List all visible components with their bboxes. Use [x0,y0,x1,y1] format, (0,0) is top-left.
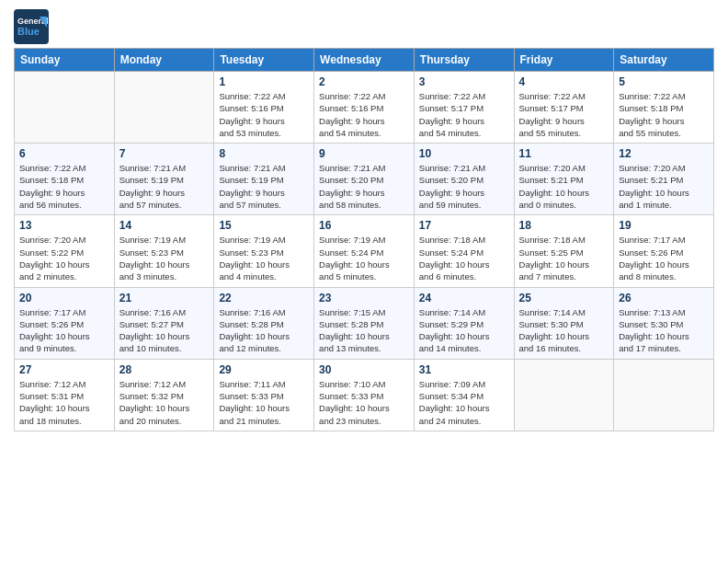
day-number: 26 [619,292,709,304]
weekday-header-wednesday: Wednesday [314,49,415,72]
calendar-cell: 25Sunrise: 7:14 AMSunset: 5:30 PMDayligh… [514,287,614,359]
logo-icon: General Blue [14,9,49,44]
calendar-cell: 15Sunrise: 7:19 AMSunset: 5:23 PMDayligh… [214,215,314,287]
day-info: Sunrise: 7:22 AMSunset: 5:17 PMDaylight:… [519,90,609,139]
day-info: Sunrise: 7:12 AMSunset: 5:31 PMDaylight:… [19,378,109,427]
day-number: 3 [419,75,509,88]
day-number: 30 [319,363,409,376]
day-number: 5 [619,75,709,88]
logo: General Blue [14,9,51,44]
day-number: 13 [19,219,109,232]
day-info: Sunrise: 7:22 AMSunset: 5:18 PMDaylight:… [619,90,709,139]
day-info: Sunrise: 7:14 AMSunset: 5:30 PMDaylight:… [519,306,609,355]
day-number: 21 [119,292,210,304]
day-number: 24 [419,292,509,304]
day-number: 17 [419,219,509,232]
day-number: 9 [319,147,409,160]
day-info: Sunrise: 7:22 AMSunset: 5:16 PMDaylight:… [319,90,409,139]
day-number: 29 [219,363,309,376]
day-number: 20 [19,292,109,304]
day-info: Sunrise: 7:21 AMSunset: 5:19 PMDaylight:… [219,162,309,211]
day-info: Sunrise: 7:22 AMSunset: 5:18 PMDaylight:… [19,162,109,211]
calendar-cell: 18Sunrise: 7:18 AMSunset: 5:25 PMDayligh… [514,215,614,287]
weekday-header-friday: Friday [514,49,614,72]
calendar-cell: 5Sunrise: 7:22 AMSunset: 5:18 PMDaylight… [614,72,714,144]
calendar-cell [114,72,214,144]
calendar-cell: 14Sunrise: 7:19 AMSunset: 5:23 PMDayligh… [114,215,214,287]
calendar-cell [614,359,714,431]
day-number: 12 [619,147,709,160]
day-info: Sunrise: 7:16 AMSunset: 5:27 PMDaylight:… [119,306,210,355]
day-number: 16 [319,219,409,232]
calendar-cell: 6Sunrise: 7:22 AMSunset: 5:18 PMDaylight… [15,144,115,215]
calendar-cell: 7Sunrise: 7:21 AMSunset: 5:19 PMDaylight… [114,144,214,215]
day-number: 31 [419,363,509,376]
day-info: Sunrise: 7:19 AMSunset: 5:23 PMDaylight:… [119,234,210,282]
weekday-header-tuesday: Tuesday [214,49,314,72]
day-info: Sunrise: 7:21 AMSunset: 5:20 PMDaylight:… [419,162,509,211]
calendar-cell: 31Sunrise: 7:09 AMSunset: 5:34 PMDayligh… [414,359,514,431]
day-info: Sunrise: 7:16 AMSunset: 5:28 PMDaylight:… [219,306,309,355]
calendar-cell: 22Sunrise: 7:16 AMSunset: 5:28 PMDayligh… [214,287,314,359]
calendar-cell: 3Sunrise: 7:22 AMSunset: 5:17 PMDaylight… [414,72,514,144]
weekday-header-saturday: Saturday [614,49,714,72]
day-info: Sunrise: 7:17 AMSunset: 5:26 PMDaylight:… [619,234,709,282]
calendar-cell: 13Sunrise: 7:20 AMSunset: 5:22 PMDayligh… [15,215,115,287]
day-info: Sunrise: 7:19 AMSunset: 5:23 PMDaylight:… [219,234,309,282]
weekday-header-sunday: Sunday [15,49,115,72]
calendar-cell: 2Sunrise: 7:22 AMSunset: 5:16 PMDaylight… [314,72,415,144]
day-info: Sunrise: 7:21 AMSunset: 5:20 PMDaylight:… [319,162,409,211]
calendar-cell: 30Sunrise: 7:10 AMSunset: 5:33 PMDayligh… [314,359,415,431]
calendar-cell: 28Sunrise: 7:12 AMSunset: 5:32 PMDayligh… [114,359,214,431]
calendar-cell: 26Sunrise: 7:13 AMSunset: 5:30 PMDayligh… [614,287,714,359]
weekday-header-thursday: Thursday [414,49,514,72]
weekday-header-monday: Monday [114,49,214,72]
calendar-cell: 9Sunrise: 7:21 AMSunset: 5:20 PMDaylight… [314,144,415,215]
calendar-cell [514,359,614,431]
calendar-cell: 29Sunrise: 7:11 AMSunset: 5:33 PMDayligh… [214,359,314,431]
day-info: Sunrise: 7:17 AMSunset: 5:26 PMDaylight:… [19,306,109,355]
day-number: 7 [119,147,210,160]
calendar-cell: 21Sunrise: 7:16 AMSunset: 5:27 PMDayligh… [114,287,214,359]
calendar-cell: 12Sunrise: 7:20 AMSunset: 5:21 PMDayligh… [614,144,714,215]
day-info: Sunrise: 7:18 AMSunset: 5:25 PMDaylight:… [519,234,609,282]
day-info: Sunrise: 7:15 AMSunset: 5:28 PMDaylight:… [319,306,409,355]
day-info: Sunrise: 7:22 AMSunset: 5:17 PMDaylight:… [419,90,509,139]
calendar-cell [15,72,115,144]
day-info: Sunrise: 7:18 AMSunset: 5:24 PMDaylight:… [419,234,509,282]
day-info: Sunrise: 7:12 AMSunset: 5:32 PMDaylight:… [119,378,210,427]
calendar: SundayMondayTuesdayWednesdayThursdayFrid… [14,48,714,431]
calendar-cell: 1Sunrise: 7:22 AMSunset: 5:16 PMDaylight… [214,72,314,144]
calendar-cell: 10Sunrise: 7:21 AMSunset: 5:20 PMDayligh… [414,144,514,215]
calendar-cell: 23Sunrise: 7:15 AMSunset: 5:28 PMDayligh… [314,287,415,359]
calendar-cell: 11Sunrise: 7:20 AMSunset: 5:21 PMDayligh… [514,144,614,215]
calendar-cell: 19Sunrise: 7:17 AMSunset: 5:26 PMDayligh… [614,215,714,287]
day-number: 11 [519,147,609,160]
day-info: Sunrise: 7:10 AMSunset: 5:33 PMDaylight:… [319,378,409,427]
day-info: Sunrise: 7:11 AMSunset: 5:33 PMDaylight:… [219,378,309,427]
day-number: 25 [519,292,609,304]
day-number: 15 [219,219,309,232]
calendar-cell: 17Sunrise: 7:18 AMSunset: 5:24 PMDayligh… [414,215,514,287]
day-number: 2 [319,75,409,88]
calendar-cell: 27Sunrise: 7:12 AMSunset: 5:31 PMDayligh… [15,359,115,431]
day-info: Sunrise: 7:09 AMSunset: 5:34 PMDaylight:… [419,378,509,427]
calendar-cell: 4Sunrise: 7:22 AMSunset: 5:17 PMDaylight… [514,72,614,144]
day-number: 4 [519,75,609,88]
day-number: 27 [19,363,109,376]
day-info: Sunrise: 7:14 AMSunset: 5:29 PMDaylight:… [419,306,509,355]
calendar-cell: 8Sunrise: 7:21 AMSunset: 5:19 PMDaylight… [214,144,314,215]
day-number: 14 [119,219,210,232]
svg-text:Blue: Blue [17,26,40,37]
day-number: 28 [119,363,210,376]
day-info: Sunrise: 7:19 AMSunset: 5:24 PMDaylight:… [319,234,409,282]
day-info: Sunrise: 7:20 AMSunset: 5:22 PMDaylight:… [19,234,109,282]
calendar-cell: 24Sunrise: 7:14 AMSunset: 5:29 PMDayligh… [414,287,514,359]
day-info: Sunrise: 7:20 AMSunset: 5:21 PMDaylight:… [619,162,709,211]
day-number: 19 [619,219,709,232]
day-number: 8 [219,147,309,160]
day-number: 18 [519,219,609,232]
day-info: Sunrise: 7:22 AMSunset: 5:16 PMDaylight:… [219,90,309,139]
day-info: Sunrise: 7:20 AMSunset: 5:21 PMDaylight:… [519,162,609,211]
calendar-cell: 20Sunrise: 7:17 AMSunset: 5:26 PMDayligh… [15,287,115,359]
